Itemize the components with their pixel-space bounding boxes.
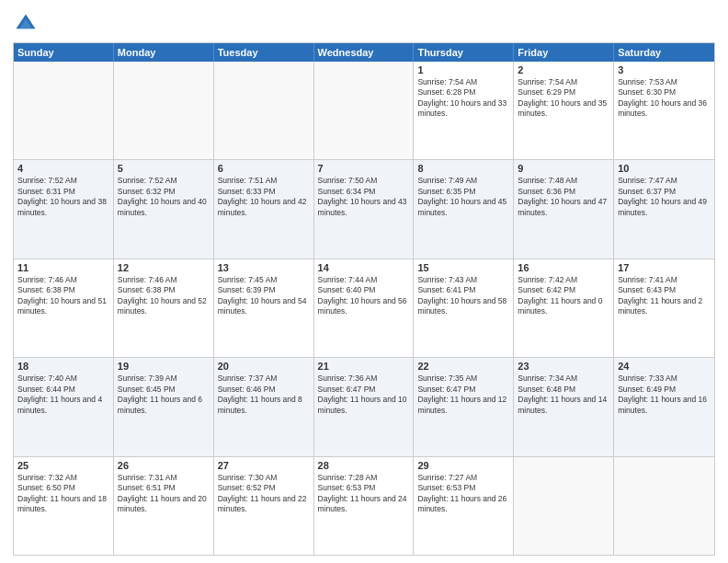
day-number: 20	[218, 361, 310, 372]
daylight-text: Daylight: 11 hours and 24 minutes.	[318, 494, 410, 515]
calendar-body: 1Sunrise: 7:54 AMSunset: 6:28 PMDaylight…	[14, 62, 714, 555]
sunrise-text: Sunrise: 7:46 AM	[17, 275, 109, 285]
calendar-cell: 17Sunrise: 7:41 AMSunset: 6:43 PMDayligh…	[614, 259, 714, 357]
sunset-text: Sunset: 6:52 PM	[218, 483, 310, 493]
sunset-text: Sunset: 6:36 PM	[518, 187, 609, 197]
calendar-cell: 5Sunrise: 7:52 AMSunset: 6:32 PMDaylight…	[114, 160, 214, 258]
day-info: Sunrise: 7:46 AMSunset: 6:38 PMDaylight:…	[118, 275, 210, 317]
sunset-text: Sunset: 6:30 PM	[618, 87, 711, 98]
page: SundayMondayTuesdayWednesdayThursdayFrid…	[0, 0, 728, 563]
calendar-cell: 18Sunrise: 7:40 AMSunset: 6:44 PMDayligh…	[14, 358, 114, 455]
day-info: Sunrise: 7:49 AMSunset: 6:35 PMDaylight:…	[417, 176, 509, 218]
logo	[13, 11, 42, 37]
sunrise-text: Sunrise: 7:31 AM	[118, 473, 210, 483]
sunset-text: Sunset: 6:32 PM	[118, 187, 210, 197]
day-number: 11	[17, 262, 109, 273]
day-info: Sunrise: 7:42 AMSunset: 6:42 PMDaylight:…	[518, 275, 609, 317]
sunrise-text: Sunrise: 7:36 AM	[318, 373, 410, 384]
calendar-cell: 22Sunrise: 7:35 AMSunset: 6:47 PMDayligh…	[414, 358, 514, 455]
calendar-cell: 11Sunrise: 7:46 AMSunset: 6:38 PMDayligh…	[14, 259, 114, 357]
calendar-cell: 29Sunrise: 7:27 AMSunset: 6:53 PMDayligh…	[414, 457, 514, 555]
day-number: 23	[518, 361, 609, 372]
daylight-text: Daylight: 11 hours and 10 minutes.	[318, 395, 410, 416]
calendar-cell: 2Sunrise: 7:54 AMSunset: 6:29 PMDaylight…	[514, 62, 614, 159]
day-number: 25	[17, 460, 109, 471]
day-number: 7	[318, 163, 410, 174]
calendar-cell: 27Sunrise: 7:30 AMSunset: 6:52 PMDayligh…	[214, 457, 314, 555]
day-info: Sunrise: 7:35 AMSunset: 6:47 PMDaylight:…	[417, 373, 509, 416]
calendar-cell	[514, 457, 614, 555]
calendar-row-2: 11Sunrise: 7:46 AMSunset: 6:38 PMDayligh…	[14, 259, 714, 357]
sunset-text: Sunset: 6:35 PM	[417, 187, 509, 197]
day-info: Sunrise: 7:28 AMSunset: 6:53 PMDaylight:…	[318, 473, 410, 515]
sunrise-text: Sunrise: 7:52 AM	[17, 176, 109, 186]
sunrise-text: Sunrise: 7:30 AM	[218, 473, 310, 483]
calendar-cell: 12Sunrise: 7:46 AMSunset: 6:38 PMDayligh…	[114, 259, 214, 357]
calendar-cell: 15Sunrise: 7:43 AMSunset: 6:41 PMDayligh…	[414, 259, 514, 357]
daylight-text: Daylight: 11 hours and 26 minutes.	[417, 494, 509, 515]
day-info: Sunrise: 7:53 AMSunset: 6:30 PMDaylight:…	[618, 77, 711, 120]
daylight-text: Daylight: 11 hours and 6 minutes.	[118, 395, 210, 416]
calendar-cell: 26Sunrise: 7:31 AMSunset: 6:51 PMDayligh…	[114, 457, 214, 555]
daylight-text: Daylight: 11 hours and 0 minutes.	[518, 296, 609, 317]
header-cell-monday: Monday	[114, 43, 214, 62]
sunrise-text: Sunrise: 7:54 AM	[417, 77, 509, 87]
sunrise-text: Sunrise: 7:43 AM	[417, 275, 509, 285]
day-number: 14	[318, 262, 410, 273]
calendar-cell: 4Sunrise: 7:52 AMSunset: 6:31 PMDaylight…	[14, 160, 114, 258]
header-cell-tuesday: Tuesday	[214, 43, 314, 62]
day-number: 28	[318, 460, 410, 471]
calendar-cell: 8Sunrise: 7:49 AMSunset: 6:35 PMDaylight…	[414, 160, 514, 258]
sunrise-text: Sunrise: 7:52 AM	[118, 176, 210, 186]
sunset-text: Sunset: 6:46 PM	[218, 385, 310, 395]
sunrise-text: Sunrise: 7:35 AM	[417, 373, 509, 384]
sunrise-text: Sunrise: 7:33 AM	[618, 373, 711, 384]
header	[13, 11, 715, 37]
daylight-text: Daylight: 10 hours and 35 minutes.	[518, 98, 609, 120]
daylight-text: Daylight: 11 hours and 14 minutes.	[518, 395, 609, 416]
sunset-text: Sunset: 6:47 PM	[417, 385, 509, 395]
sunset-text: Sunset: 6:53 PM	[318, 483, 410, 493]
calendar-cell: 20Sunrise: 7:37 AMSunset: 6:46 PMDayligh…	[214, 358, 314, 455]
day-info: Sunrise: 7:41 AMSunset: 6:43 PMDaylight:…	[618, 275, 711, 317]
day-number: 26	[118, 460, 210, 471]
calendar-cell: 6Sunrise: 7:51 AMSunset: 6:33 PMDaylight…	[214, 160, 314, 258]
day-number: 10	[618, 163, 711, 174]
sunset-text: Sunset: 6:38 PM	[17, 285, 109, 295]
day-number: 8	[417, 163, 509, 174]
calendar-row-4: 25Sunrise: 7:32 AMSunset: 6:50 PMDayligh…	[14, 456, 714, 555]
day-number: 13	[218, 262, 310, 273]
daylight-text: Daylight: 11 hours and 2 minutes.	[618, 296, 711, 317]
day-info: Sunrise: 7:54 AMSunset: 6:29 PMDaylight:…	[518, 77, 609, 120]
calendar-row-1: 4Sunrise: 7:52 AMSunset: 6:31 PMDaylight…	[14, 159, 714, 258]
sunrise-text: Sunrise: 7:47 AM	[618, 176, 711, 186]
calendar-cell	[14, 62, 114, 159]
daylight-text: Daylight: 10 hours and 51 minutes.	[17, 296, 109, 317]
day-number: 2	[518, 64, 609, 75]
daylight-text: Daylight: 11 hours and 16 minutes.	[618, 395, 711, 416]
daylight-text: Daylight: 10 hours and 38 minutes.	[17, 197, 109, 218]
logo-icon	[13, 11, 39, 37]
day-number: 24	[618, 361, 711, 372]
day-number: 6	[218, 163, 310, 174]
calendar-cell: 9Sunrise: 7:48 AMSunset: 6:36 PMDaylight…	[514, 160, 614, 258]
daylight-text: Daylight: 11 hours and 22 minutes.	[218, 494, 310, 515]
daylight-text: Daylight: 10 hours and 45 minutes.	[417, 197, 509, 218]
sunrise-text: Sunrise: 7:48 AM	[518, 176, 609, 186]
daylight-text: Daylight: 11 hours and 18 minutes.	[17, 494, 109, 515]
calendar-cell: 13Sunrise: 7:45 AMSunset: 6:39 PMDayligh…	[214, 259, 314, 357]
day-info: Sunrise: 7:40 AMSunset: 6:44 PMDaylight:…	[17, 373, 109, 416]
daylight-text: Daylight: 10 hours and 43 minutes.	[318, 197, 410, 218]
sunrise-text: Sunrise: 7:44 AM	[318, 275, 410, 285]
sunset-text: Sunset: 6:49 PM	[618, 385, 711, 395]
day-info: Sunrise: 7:50 AMSunset: 6:34 PMDaylight:…	[318, 176, 410, 218]
day-number: 29	[417, 460, 509, 471]
day-number: 27	[218, 460, 310, 471]
calendar-cell: 19Sunrise: 7:39 AMSunset: 6:45 PMDayligh…	[114, 358, 214, 455]
day-number: 16	[518, 262, 609, 273]
sunset-text: Sunset: 6:39 PM	[218, 285, 310, 295]
calendar-cell: 25Sunrise: 7:32 AMSunset: 6:50 PMDayligh…	[14, 457, 114, 555]
sunrise-text: Sunrise: 7:34 AM	[518, 373, 609, 384]
day-info: Sunrise: 7:36 AMSunset: 6:47 PMDaylight:…	[318, 373, 410, 416]
sunrise-text: Sunrise: 7:39 AM	[118, 373, 210, 384]
